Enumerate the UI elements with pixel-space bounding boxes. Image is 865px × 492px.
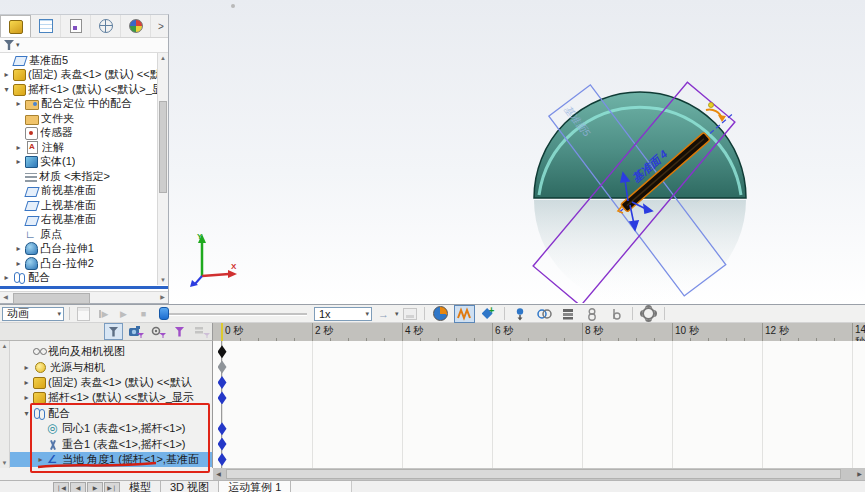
tree-item[interactable]: 视向及相机视图 <box>10 344 212 359</box>
tree-item[interactable]: ▸(固定) 表盘<1> (默认) <<默认 <box>0 68 157 83</box>
slider-thumb[interactable] <box>159 307 169 320</box>
feature-tree-horizontal-scrollbar[interactable]: ◀ ▶ <box>0 291 168 303</box>
tree-item[interactable]: ▸配合定位 中的配合 <box>0 97 157 112</box>
stop-button[interactable]: ■ <box>135 306 152 321</box>
last-tab-button[interactable]: ▶❘ <box>104 482 120 492</box>
tree-item[interactable]: 前视基准面 <box>0 184 157 199</box>
tree-item[interactable]: 传感器 <box>0 126 157 141</box>
tree-item[interactable]: 原点 <box>0 227 157 242</box>
scroll-right-icon[interactable]: ▶ <box>854 468 865 480</box>
tree-filter-bar[interactable]: ▾ <box>0 38 168 53</box>
key-point-black[interactable] <box>218 345 227 358</box>
motion-analysis-button[interactable] <box>582 305 603 323</box>
tree-item[interactable]: 上视基准面 <box>0 198 157 213</box>
scrollbar-thumb[interactable] <box>159 101 167 193</box>
tree-item[interactable]: ▸实体(1) <box>0 155 157 170</box>
no-filter-funnel-icon[interactable] <box>104 323 123 340</box>
timeline-horizontal-scrollbar[interactable]: ◀ ▶ <box>213 468 865 480</box>
first-tab-button[interactable]: ❘◀ <box>53 482 69 492</box>
expand-arrow-icon[interactable]: ▸ <box>14 99 23 108</box>
tree-item[interactable]: ▸注解 <box>0 140 157 155</box>
expand-arrow-icon[interactable]: ▾ <box>2 85 11 94</box>
scroll-left-icon[interactable]: ◀ <box>0 292 11 303</box>
motion-tree-scrollbar[interactable]: ▲ ▼ <box>0 341 10 468</box>
motor-button[interactable] <box>430 305 451 323</box>
tree-item[interactable]: ▸当地 角度1 (摇杆<1>,基准面 <box>10 452 212 467</box>
dimxpertmanager-tab[interactable] <box>91 15 121 37</box>
feature-tree-vertical-scrollbar[interactable]: ▲ ▼ <box>157 53 168 285</box>
tree-item[interactable]: ▸光源与相机 <box>10 359 212 374</box>
play-button[interactable]: ▶ <box>115 306 132 321</box>
chevron-down-icon[interactable]: ▾ <box>395 310 399 318</box>
timeline-ruler[interactable]: 0 秒2 秒4 秒6 秒8 秒10 秒12 秒14 秒 <box>213 323 865 342</box>
tree-item[interactable]: ▾摇杆<1> (默认) <<默认>_显示 <box>0 82 157 97</box>
filter-results-icon[interactable] <box>192 323 211 340</box>
expand-arrow-icon[interactable]: ▸ <box>22 378 31 387</box>
spring-button[interactable] <box>454 305 475 323</box>
expand-arrow-icon[interactable]: ▸ <box>22 363 31 372</box>
previous-tab-button[interactable]: ◀ <box>70 482 86 492</box>
tree-item[interactable]: ▸凸台-拉伸1 <box>0 242 157 257</box>
expand-arrow-icon[interactable]: ▸ <box>2 70 11 79</box>
save-animation-button[interactable] <box>402 306 419 321</box>
propertymanager-tab[interactable] <box>31 15 61 37</box>
playback-mode-button[interactable]: → <box>375 306 392 321</box>
tab-inactive[interactable]: 模型 <box>120 481 161 492</box>
tree-item[interactable]: ▸(固定) 表盘<1> (默认) <<默认 <box>10 375 212 390</box>
study-type-select[interactable]: 动画 ▾ <box>2 307 64 321</box>
filter-driving-icon[interactable] <box>148 323 167 340</box>
tree-item[interactable]: ▸凸台-拉伸2 <box>0 256 157 271</box>
scroll-left-icon[interactable]: ◀ <box>213 468 224 480</box>
scroll-down-icon[interactable]: ▼ <box>158 275 168 285</box>
rollback-bar[interactable] <box>0 286 168 289</box>
key-point-blue[interactable] <box>218 453 227 466</box>
more-tabs-chevron-icon[interactable]: > <box>154 15 168 37</box>
playback-speed-select[interactable]: 1x ▾ <box>314 307 372 321</box>
tree-item[interactable]: ▾配合 <box>10 406 212 421</box>
expand-arrow-icon[interactable]: ▸ <box>14 244 23 253</box>
expand-arrow-icon[interactable]: ▸ <box>14 259 23 268</box>
filter-selected-funnel-icon[interactable] <box>170 323 189 340</box>
tab-inactive[interactable]: 3D 视图 <box>161 481 219 492</box>
tree-item[interactable]: 重合1 (表盘<1>,摇杆<1>) <box>10 436 212 451</box>
play-from-start-button[interactable]: ▶ <box>95 306 112 321</box>
tree-item[interactable]: ▸摇杆<1> (默认) <<默认>_显示 <box>10 390 212 405</box>
tree-item[interactable]: 材质 <未指定> <box>0 169 157 184</box>
next-tab-button[interactable]: ▶ <box>87 482 103 492</box>
scrollbar-thumb[interactable] <box>13 293 90 304</box>
key-point-gray[interactable] <box>218 361 227 374</box>
key-point-blue[interactable] <box>218 391 227 404</box>
expand-arrow-icon[interactable]: ▸ <box>14 157 23 166</box>
tree-item[interactable]: 同心1 (表盘<1>,摇杆<1>) <box>10 421 212 436</box>
key-point-blue[interactable] <box>218 438 227 451</box>
timeline-zoom-slider[interactable] <box>159 306 307 321</box>
displaymanager-tab[interactable] <box>121 15 151 37</box>
expand-arrow-icon[interactable]: ▸ <box>36 455 45 464</box>
expand-arrow-icon[interactable]: ▸ <box>22 393 31 402</box>
scroll-down-icon[interactable]: ▼ <box>0 460 9 466</box>
snapshot-button[interactable] <box>606 305 627 323</box>
tab-active[interactable]: 运动算例 1 <box>219 481 291 492</box>
filter-animated-icon[interactable] <box>126 323 145 340</box>
key-point-blue[interactable] <box>218 422 227 435</box>
tree-item[interactable]: 基准面5 <box>0 53 157 68</box>
scrollbar-thumb[interactable] <box>226 469 841 479</box>
scroll-up-icon[interactable]: ▲ <box>0 343 9 349</box>
expand-arrow-icon[interactable]: ▸ <box>2 273 11 282</box>
gravity-button[interactable] <box>510 305 531 323</box>
timebar-playhead[interactable] <box>221 323 223 341</box>
3d-scene[interactable]: 基准面5 基准面 4 <box>500 78 790 303</box>
force-button[interactable]: + <box>478 305 499 323</box>
motion-study-properties-button[interactable] <box>638 305 659 323</box>
tree-item[interactable]: 右视基准面 <box>0 213 157 228</box>
key-point-blue[interactable] <box>218 376 227 389</box>
results-and-plots-button[interactable] <box>558 305 579 323</box>
timeline-canvas[interactable] <box>213 341 865 468</box>
tree-item[interactable]: ▸配合 <box>0 271 157 286</box>
tree-item[interactable]: 文件夹 <box>0 111 157 126</box>
contact-button[interactable] <box>534 305 555 323</box>
expand-arrow-icon[interactable]: ▾ <box>22 409 31 418</box>
calculate-button[interactable] <box>75 306 92 321</box>
scroll-up-icon[interactable]: ▲ <box>158 53 168 63</box>
scroll-right-icon[interactable]: ▶ <box>157 292 168 303</box>
